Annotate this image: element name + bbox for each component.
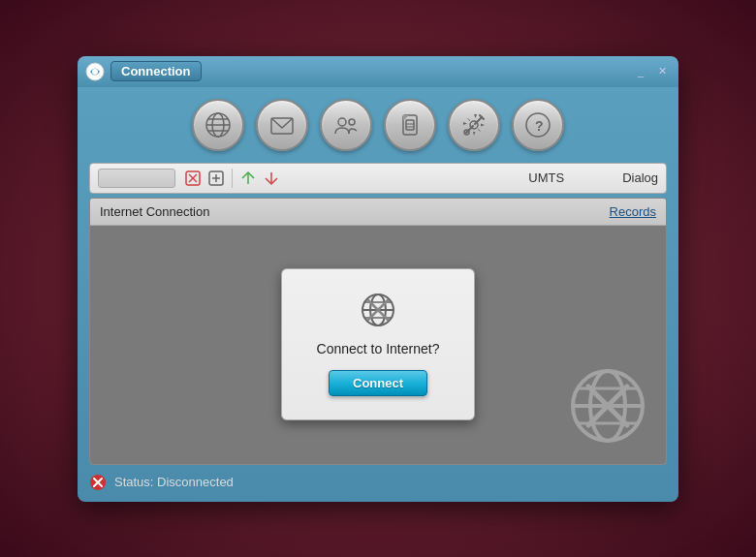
edit-icon[interactable] xyxy=(206,169,226,188)
internet-button[interactable] xyxy=(192,99,244,151)
content-header: Internet Connection Records xyxy=(90,199,666,226)
subtoolbar: UMTS Dialog xyxy=(89,163,667,194)
content-area: Internet Connection Records xyxy=(89,198,667,465)
delete-icon[interactable] xyxy=(183,169,203,188)
disconnect-icon[interactable] xyxy=(262,169,281,188)
contacts-button[interactable] xyxy=(320,99,372,151)
svg-rect-11 xyxy=(406,120,414,130)
window-title: Connection xyxy=(110,61,202,81)
window-body: ? xyxy=(78,87,678,502)
svg-text:?: ? xyxy=(535,118,544,134)
settings-button[interactable] xyxy=(448,99,500,151)
main-window: Connection _ ✕ xyxy=(78,56,678,502)
email-button[interactable] xyxy=(256,99,308,151)
network-type-label: UMTS xyxy=(528,170,564,185)
status-icon xyxy=(89,474,107,491)
titlebar: Connection _ ✕ xyxy=(78,56,678,87)
content-title: Internet Connection xyxy=(100,204,209,219)
connect-dialog: Connect to Internet? Connect xyxy=(281,268,475,420)
watermark-icon xyxy=(569,367,646,445)
app-icon xyxy=(85,62,105,81)
sim-button[interactable] xyxy=(384,99,436,151)
window-controls: _ ✕ xyxy=(632,63,671,80)
connect-icon[interactable] xyxy=(238,169,258,188)
subtoolbar-search[interactable] xyxy=(98,169,175,188)
status-text: Status: Disconnected xyxy=(114,475,234,489)
svg-point-9 xyxy=(349,119,355,125)
subtoolbar-action-icons xyxy=(183,169,226,188)
records-link[interactable]: Records xyxy=(610,204,656,219)
svg-point-1 xyxy=(92,69,98,75)
help-button[interactable]: ? xyxy=(512,99,564,151)
dialog-globe-icon xyxy=(361,293,395,327)
minimize-button[interactable]: _ xyxy=(632,63,649,80)
svg-line-18 xyxy=(475,117,482,124)
subtoolbar-info: UMTS Dialog xyxy=(528,170,658,185)
dialog-label: Dialog xyxy=(622,170,658,185)
statusbar: Status: Disconnected xyxy=(89,471,667,494)
subtoolbar-connect-icons xyxy=(238,169,281,188)
close-button[interactable]: ✕ xyxy=(653,63,671,80)
svg-point-8 xyxy=(338,118,346,126)
connect-button[interactable]: Connect xyxy=(329,370,427,396)
dialog-prompt: Connect to Internet? xyxy=(317,341,440,356)
content-main: Connect to Internet? Connect xyxy=(90,226,666,464)
main-toolbar: ? xyxy=(78,87,678,159)
